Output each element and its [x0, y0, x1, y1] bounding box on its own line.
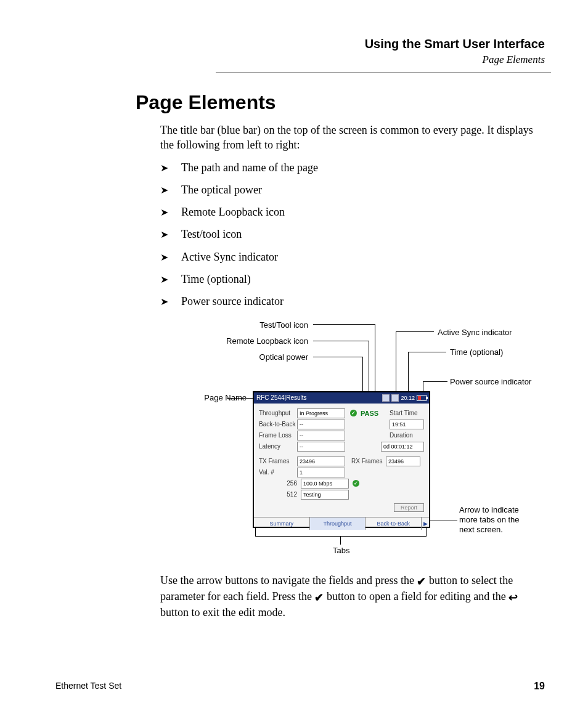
label: 512 — [259, 491, 301, 498]
remote-loopback-icon — [382, 394, 390, 402]
field-value: In Progress — [297, 408, 345, 418]
annotated-diagram: Test/Tool icon Remote Loopback icon Opti… — [154, 320, 549, 567]
clock-time: 20:12 — [401, 392, 415, 404]
label: Start Time — [390, 410, 424, 416]
text: Use the arrow buttons to navigate the fi… — [160, 574, 417, 586]
list-item: Power source indicator — [160, 294, 545, 309]
tabs-more-arrow[interactable]: ▶ — [422, 517, 429, 530]
document-page: Using the Smart User Interface Page Elem… — [0, 0, 588, 714]
callout-active-sync: Active Sync indicator — [438, 328, 512, 337]
label: Val. # — [259, 469, 297, 476]
pass-text: PASS — [361, 410, 378, 417]
titlebar-icons: 20:12 — [382, 392, 427, 404]
header-rule — [216, 72, 551, 73]
report-button[interactable]: Report — [394, 503, 424, 512]
check-icon: ✓ — [350, 410, 357, 416]
device-title-text: RFC 2544|Results — [256, 392, 307, 404]
list-item: Test/tool icon — [160, 227, 545, 241]
test-tool-icon — [391, 394, 399, 402]
list-item: Time (optional) — [160, 272, 545, 286]
field-value: 100.0 Mbps — [301, 479, 349, 489]
callout-time: Time (optional) — [450, 347, 503, 357]
callout-remote-loopback: Remote Loopback icon — [203, 336, 308, 346]
device-content: Throughput In Progress ✓ PASS Start Time… — [254, 404, 429, 514]
running-head: Using the Smart User Interface Page Elem… — [37, 37, 545, 66]
callout-optical-power: Optical power — [234, 352, 308, 362]
battery-icon — [417, 395, 427, 401]
text: button to open a field for editing and t… — [327, 590, 508, 602]
label: Duration — [390, 432, 424, 439]
label: Latency — [259, 443, 297, 450]
device-tabbar: Summary Throughput Back-to-Back ▶ — [254, 517, 429, 530]
page-title: Page Elements — [136, 91, 551, 114]
feature-list: The path and name of the page The optica… — [160, 160, 545, 309]
instruction-paragraph: Use the arrow buttons to navigate the fi… — [160, 573, 545, 620]
instruction-block: Use the arrow buttons to navigate the fi… — [160, 573, 545, 620]
field-value: -- — [297, 420, 345, 429]
device-titlebar: RFC 2544|Results 20:12 — [254, 392, 429, 404]
callout-tabs: Tabs — [333, 546, 349, 555]
list-item: Remote Loopback icon — [160, 205, 545, 219]
field-value: Testing — [301, 490, 349, 500]
back-arrow-icon: ↩ — [508, 590, 518, 605]
text: next screen. — [459, 525, 503, 534]
section-title: Page Elements — [37, 54, 545, 66]
label: Frame Loss — [259, 432, 297, 439]
callout-power-source: Power source indicator — [450, 377, 531, 386]
field-value: 0d 00:01:12 — [381, 442, 424, 452]
tab-summary[interactable]: Summary — [254, 517, 310, 530]
footer-page-number: 19 — [534, 681, 545, 692]
intro-paragraph: The title bar (blue bar) on the top of t… — [160, 123, 545, 153]
callout-more-tabs: Arrow to indicate more tabs on the next … — [459, 505, 552, 535]
label: Back-to-Back — [259, 421, 297, 428]
device-screen: RFC 2544|Results 20:12 Throughput In Pro… — [253, 391, 430, 528]
check-icon: ✓ — [353, 480, 359, 487]
footer-product: Ethernet Test Set — [55, 681, 121, 692]
field-value: -- — [297, 431, 345, 440]
check-icon: ✔ — [314, 590, 324, 605]
check-icon: ✔ — [417, 574, 426, 589]
list-item: The optical power — [160, 182, 545, 197]
text: Arrow to indicate — [459, 505, 519, 514]
field-value: 19:51 — [390, 420, 424, 429]
text: button to exit the edit mode. — [160, 606, 285, 619]
label: 256 — [259, 480, 301, 487]
list-item: The path and name of the page — [160, 160, 545, 175]
tab-back-to-back[interactable]: Back-to-Back — [365, 517, 422, 530]
chapter-title: Using the Smart User Interface — [37, 37, 545, 51]
field-value: -- — [297, 442, 345, 452]
callout-test-tool: Test/Tool icon — [234, 320, 308, 330]
page-footer: Ethernet Test Set 19 — [55, 681, 545, 692]
text: more tabs on the — [459, 515, 520, 524]
field-value: 23496 — [386, 456, 420, 466]
intro-block: The title bar (blue bar) on the top of t… — [160, 123, 545, 309]
field-value: 1 — [297, 468, 345, 477]
label: TX Frames — [259, 458, 297, 465]
field-value: 23496 — [297, 456, 345, 466]
pass-badge: ✓ PASS — [350, 410, 378, 417]
tab-throughput[interactable]: Throughput — [310, 517, 366, 530]
label: RX Frames — [351, 458, 386, 465]
label: Throughput — [259, 410, 297, 416]
list-item: Active Sync indicator — [160, 249, 545, 264]
